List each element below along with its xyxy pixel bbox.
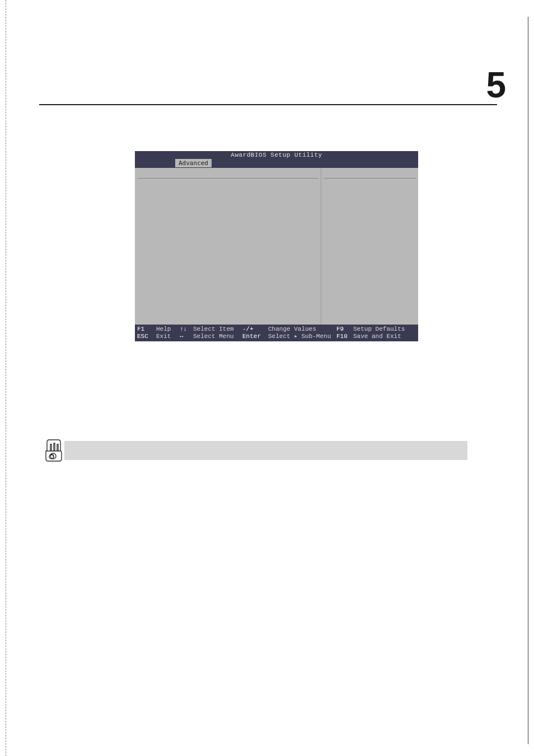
chapter-number: 5 xyxy=(486,64,506,106)
bios-key-enter: Enter xyxy=(242,333,268,340)
bios-label-save-exit: Save and Exit xyxy=(353,333,418,340)
svg-point-2 xyxy=(53,457,54,458)
bios-label-setup-defaults: Setup Defaults xyxy=(353,326,418,333)
bios-label-exit: Exit xyxy=(156,333,180,340)
bios-key-updown: ↑↓ xyxy=(180,326,193,333)
bios-title: AwardBIOS Setup Utility xyxy=(135,151,418,159)
bios-label-select-submenu: Select ▸ Sub-Menu xyxy=(268,333,336,340)
bios-key-leftright: ↔ xyxy=(180,333,193,340)
bios-label-change-values: Change Values xyxy=(268,326,336,333)
bios-label-help: Help xyxy=(156,326,180,333)
bios-main-panel xyxy=(135,168,321,325)
bios-help-panel xyxy=(321,168,418,325)
horizontal-rule xyxy=(39,104,497,105)
page-cut-left xyxy=(6,0,6,756)
bios-setup-screenshot: AwardBIOS Setup Utility Advanced F1 Help… xyxy=(135,151,418,341)
bios-tab-advanced[interactable]: Advanced xyxy=(175,159,212,167)
bios-menubar: Advanced xyxy=(135,159,418,168)
bios-label-select-menu: Select Menu xyxy=(193,333,242,340)
bios-key-f9: F9 xyxy=(336,326,353,333)
bios-key-f1: F1 xyxy=(135,326,156,333)
bios-key-esc: ESC xyxy=(135,333,156,340)
bios-footer: F1 Help ↑↓ Select Item -/+ Change Values… xyxy=(135,325,418,341)
bios-key-plusminus: -/+ xyxy=(242,326,268,333)
bios-label-select-item: Select Item xyxy=(193,326,242,333)
bios-key-f10: F10 xyxy=(336,333,353,340)
page-cut-right xyxy=(528,17,528,744)
note-hand-icon xyxy=(44,438,63,462)
note-highlight-box xyxy=(64,441,467,460)
